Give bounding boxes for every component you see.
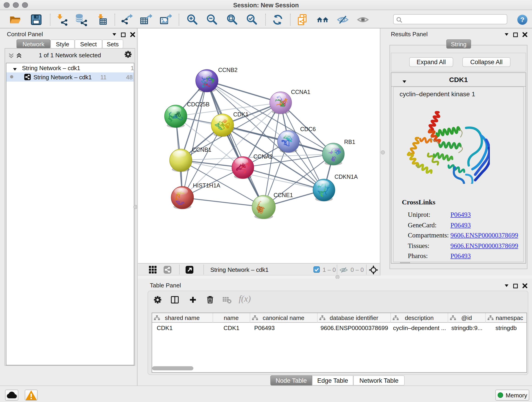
svg-text:CCNA1: CCNA1 bbox=[291, 89, 310, 95]
svg-text:CDC6: CDC6 bbox=[300, 126, 316, 132]
svg-text:CCNA2: CCNA2 bbox=[253, 153, 273, 160]
svg-text:HIST1H1A: HIST1H1A bbox=[193, 182, 220, 189]
svg-text:CCNB2: CCNB2 bbox=[218, 67, 238, 73]
svg-text:CDKN1A: CDKN1A bbox=[335, 173, 358, 180]
svg-text:RB1: RB1 bbox=[344, 139, 355, 145]
svg-text:CDK1: CDK1 bbox=[233, 111, 249, 118]
svg-text:CCNB1: CCNB1 bbox=[192, 147, 211, 153]
svg-text:CCNE1: CCNE1 bbox=[273, 192, 293, 198]
svg-text:CDC25B: CDC25B bbox=[187, 101, 210, 108]
svg-text:?: ? bbox=[520, 16, 525, 23]
